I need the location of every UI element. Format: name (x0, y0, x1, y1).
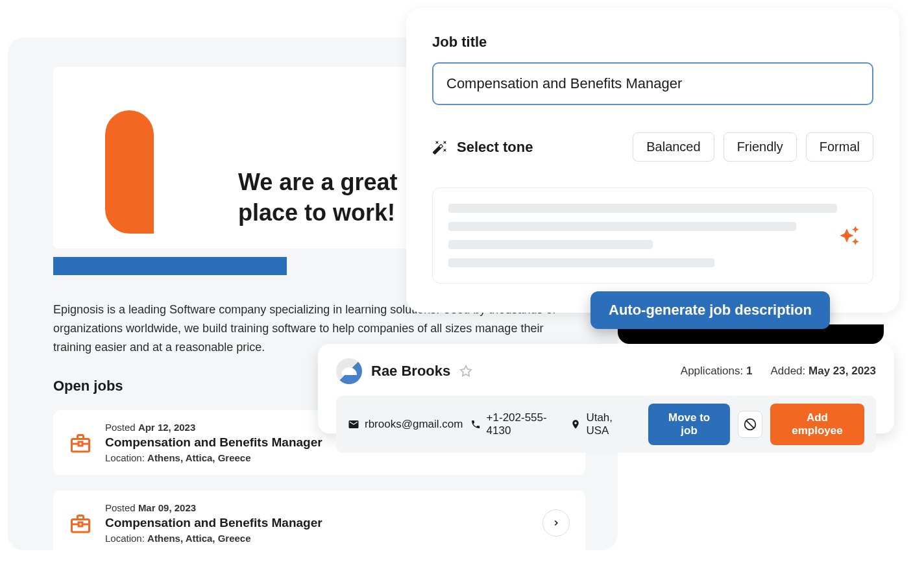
move-to-job-button[interactable]: Move to job (648, 404, 729, 445)
job-location: Location: Athens, Attica, Greece (105, 452, 570, 463)
briefcase-icon (69, 513, 92, 533)
block-icon (744, 418, 757, 431)
star-icon[interactable] (459, 365, 472, 378)
placeholder-line (448, 258, 714, 267)
candidate-card: Rae Brooks Applications: 1 Added: May 23… (318, 344, 894, 433)
company-logo (105, 110, 154, 234)
location-pin-icon (570, 419, 581, 430)
candidate-email: rbrooks@gmail.com (348, 418, 463, 431)
job-title: Compensation and Benefits Manager (105, 516, 529, 530)
hero-headline: We are a great place to work! (238, 167, 397, 228)
chevron-right-icon (552, 518, 561, 528)
added-date: Added: May 23, 2023 (770, 365, 876, 378)
tone-row: Select tone Balanced Friendly Formal (432, 132, 873, 162)
applications-count: Applications: 1 (681, 365, 753, 378)
hero-line1: We are a great (238, 169, 397, 195)
candidate-header: Rae Brooks Applications: 1 Added: May 23… (336, 358, 876, 384)
briefcase-icon (69, 432, 92, 453)
description-placeholder-box (432, 188, 873, 284)
svg-line-1 (746, 420, 754, 428)
job-location: Location: Athens, Attica, Greece (105, 533, 529, 544)
avatar (336, 358, 362, 384)
job-card[interactable]: Posted Mar 09, 2023 Compensation and Ben… (53, 491, 585, 555)
placeholder-line (448, 240, 653, 249)
job-title-label: Job title (432, 34, 873, 51)
job-title-input[interactable] (432, 62, 873, 105)
candidate-location: Utah, USA (570, 411, 633, 437)
tone-balanced-button[interactable]: Balanced (633, 132, 714, 162)
email-icon (348, 419, 359, 430)
candidate-name: Rae Brooks (371, 363, 450, 380)
candidate-phone: +1-202-555-4130 (470, 411, 563, 437)
hero-line2: place to work! (238, 199, 395, 226)
accent-bar (53, 257, 287, 275)
placeholder-line (448, 222, 796, 231)
add-employee-button[interactable]: Add employee (770, 404, 864, 445)
ai-job-panel: Job title Select tone Balanced Friendly … (406, 8, 899, 313)
placeholder-line (448, 204, 837, 213)
job-posted: Posted Mar 09, 2023 (105, 502, 529, 513)
tone-friendly-button[interactable]: Friendly (723, 132, 797, 162)
job-open-button[interactable] (542, 509, 570, 537)
auto-generate-button[interactable]: Auto-generate job description (590, 291, 830, 329)
block-button[interactable] (738, 411, 762, 438)
candidate-details-bar: rbrooks@gmail.com +1-202-555-4130 Utah, … (336, 396, 876, 453)
tone-label: Select tone (457, 139, 624, 156)
phone-icon (470, 419, 481, 430)
sparkle-icon (839, 225, 860, 246)
candidate-meta: Applications: 1 Added: May 23, 2023 (681, 365, 876, 378)
job-info: Posted Mar 09, 2023 Compensation and Ben… (105, 502, 529, 544)
tone-formal-button[interactable]: Formal (806, 132, 873, 162)
magic-wand-icon (432, 140, 448, 155)
open-jobs-heading: Open jobs (53, 378, 123, 395)
